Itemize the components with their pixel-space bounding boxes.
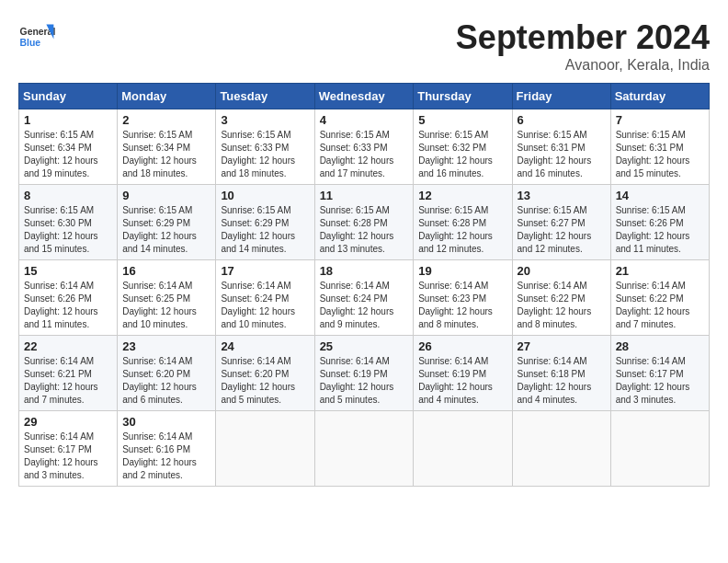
day-info: Sunrise: 6:14 AM Sunset: 6:22 PM Dayligh… bbox=[616, 280, 704, 331]
calendar-cell: 8Sunrise: 6:15 AM Sunset: 6:30 PM Daylig… bbox=[19, 185, 118, 260]
day-number: 2 bbox=[122, 113, 210, 127]
calendar-header-row: SundayMondayTuesdayWednesdayThursdayFrid… bbox=[19, 84, 710, 109]
day-info: Sunrise: 6:15 AM Sunset: 6:34 PM Dayligh… bbox=[122, 129, 210, 180]
day-info: Sunrise: 6:14 AM Sunset: 6:17 PM Dayligh… bbox=[616, 355, 704, 407]
day-info: Sunrise: 6:14 AM Sunset: 6:18 PM Dayligh… bbox=[518, 355, 606, 407]
calendar-cell: 13Sunrise: 6:15 AM Sunset: 6:27 PM Dayli… bbox=[512, 185, 610, 260]
day-number: 29 bbox=[24, 415, 112, 429]
calendar-cell: 16Sunrise: 6:14 AM Sunset: 6:25 PM Dayli… bbox=[118, 260, 216, 336]
day-info: Sunrise: 6:14 AM Sunset: 6:16 PM Dayligh… bbox=[122, 431, 210, 482]
day-info: Sunrise: 6:14 AM Sunset: 6:22 PM Dayligh… bbox=[518, 280, 606, 331]
logo-icon: General Blue bbox=[18, 18, 55, 55]
header: General Blue September 2024 Avanoor, Ker… bbox=[18, 18, 710, 74]
calendar-cell: 26Sunrise: 6:14 AM Sunset: 6:19 PM Dayli… bbox=[414, 336, 512, 411]
day-info: Sunrise: 6:14 AM Sunset: 6:24 PM Dayligh… bbox=[320, 280, 409, 331]
day-number: 10 bbox=[221, 189, 309, 202]
day-info: Sunrise: 6:14 AM Sunset: 6:25 PM Dayligh… bbox=[122, 280, 210, 331]
calendar-table: SundayMondayTuesdayWednesdayThursdayFrid… bbox=[18, 83, 710, 487]
calendar-week-5: 29Sunrise: 6:14 AM Sunset: 6:17 PM Dayli… bbox=[19, 411, 710, 487]
day-number: 6 bbox=[518, 113, 606, 127]
day-info: Sunrise: 6:14 AM Sunset: 6:20 PM Dayligh… bbox=[221, 355, 309, 407]
day-info: Sunrise: 6:15 AM Sunset: 6:32 PM Dayligh… bbox=[418, 129, 506, 180]
day-header-monday: Monday bbox=[118, 84, 216, 109]
day-number: 7 bbox=[616, 113, 704, 127]
calendar-body: 1Sunrise: 6:15 AM Sunset: 6:34 PM Daylig… bbox=[19, 109, 710, 487]
day-info: Sunrise: 6:15 AM Sunset: 6:27 PM Dayligh… bbox=[518, 204, 606, 256]
calendar-cell: 9Sunrise: 6:15 AM Sunset: 6:29 PM Daylig… bbox=[118, 185, 216, 260]
day-number: 5 bbox=[418, 113, 506, 127]
calendar-cell: 2Sunrise: 6:15 AM Sunset: 6:34 PM Daylig… bbox=[118, 109, 216, 185]
calendar-cell: 3Sunrise: 6:15 AM Sunset: 6:33 PM Daylig… bbox=[216, 109, 314, 185]
calendar-cell bbox=[216, 411, 314, 487]
calendar-cell: 7Sunrise: 6:15 AM Sunset: 6:31 PM Daylig… bbox=[610, 109, 709, 185]
day-number: 14 bbox=[616, 189, 704, 202]
day-number: 3 bbox=[221, 113, 309, 127]
day-number: 21 bbox=[616, 264, 704, 278]
calendar-cell: 1Sunrise: 6:15 AM Sunset: 6:34 PM Daylig… bbox=[19, 109, 118, 185]
calendar-week-4: 22Sunrise: 6:14 AM Sunset: 6:21 PM Dayli… bbox=[19, 336, 710, 411]
calendar-cell: 5Sunrise: 6:15 AM Sunset: 6:32 PM Daylig… bbox=[414, 109, 512, 185]
calendar-cell bbox=[512, 411, 610, 487]
day-info: Sunrise: 6:14 AM Sunset: 6:24 PM Dayligh… bbox=[221, 280, 309, 331]
day-number: 23 bbox=[122, 339, 210, 353]
calendar-cell: 30Sunrise: 6:14 AM Sunset: 6:16 PM Dayli… bbox=[118, 411, 216, 487]
calendar-cell: 20Sunrise: 6:14 AM Sunset: 6:22 PM Dayli… bbox=[512, 260, 610, 336]
calendar-cell: 17Sunrise: 6:14 AM Sunset: 6:24 PM Dayli… bbox=[216, 260, 314, 336]
calendar-cell: 11Sunrise: 6:15 AM Sunset: 6:28 PM Dayli… bbox=[314, 185, 414, 260]
day-number: 13 bbox=[518, 189, 606, 202]
title-area: September 2024 Avanoor, Kerala, India bbox=[456, 18, 710, 74]
calendar-week-3: 15Sunrise: 6:14 AM Sunset: 6:26 PM Dayli… bbox=[19, 260, 710, 336]
calendar-cell: 24Sunrise: 6:14 AM Sunset: 6:20 PM Dayli… bbox=[216, 336, 314, 411]
calendar-cell: 22Sunrise: 6:14 AM Sunset: 6:21 PM Dayli… bbox=[19, 336, 118, 411]
calendar-cell: 12Sunrise: 6:15 AM Sunset: 6:28 PM Dayli… bbox=[414, 185, 512, 260]
day-number: 9 bbox=[122, 189, 210, 202]
day-number: 25 bbox=[320, 339, 409, 353]
day-number: 20 bbox=[518, 264, 606, 278]
day-number: 16 bbox=[122, 264, 210, 278]
calendar-cell: 27Sunrise: 6:14 AM Sunset: 6:18 PM Dayli… bbox=[512, 336, 610, 411]
day-info: Sunrise: 6:15 AM Sunset: 6:34 PM Dayligh… bbox=[24, 129, 112, 180]
day-number: 28 bbox=[616, 339, 704, 353]
calendar-week-2: 8Sunrise: 6:15 AM Sunset: 6:30 PM Daylig… bbox=[19, 185, 710, 260]
calendar-cell bbox=[610, 411, 709, 487]
day-info: Sunrise: 6:15 AM Sunset: 6:31 PM Dayligh… bbox=[518, 129, 606, 180]
day-info: Sunrise: 6:15 AM Sunset: 6:26 PM Dayligh… bbox=[616, 204, 704, 256]
calendar-week-1: 1Sunrise: 6:15 AM Sunset: 6:34 PM Daylig… bbox=[19, 109, 710, 185]
day-header-friday: Friday bbox=[512, 84, 610, 109]
day-header-thursday: Thursday bbox=[414, 84, 512, 109]
day-info: Sunrise: 6:15 AM Sunset: 6:28 PM Dayligh… bbox=[320, 204, 409, 256]
day-number: 18 bbox=[320, 264, 409, 278]
day-number: 27 bbox=[518, 339, 606, 353]
month-title: September 2024 bbox=[456, 18, 710, 57]
calendar-cell: 15Sunrise: 6:14 AM Sunset: 6:26 PM Dayli… bbox=[19, 260, 118, 336]
day-number: 24 bbox=[221, 339, 309, 353]
day-header-tuesday: Tuesday bbox=[216, 84, 314, 109]
day-number: 12 bbox=[418, 189, 506, 202]
day-info: Sunrise: 6:14 AM Sunset: 6:23 PM Dayligh… bbox=[418, 280, 506, 331]
day-header-wednesday: Wednesday bbox=[314, 84, 414, 109]
calendar-cell: 4Sunrise: 6:15 AM Sunset: 6:33 PM Daylig… bbox=[314, 109, 414, 185]
day-number: 1 bbox=[24, 113, 112, 127]
calendar-cell bbox=[414, 411, 512, 487]
logo: General Blue bbox=[18, 18, 59, 55]
day-info: Sunrise: 6:15 AM Sunset: 6:31 PM Dayligh… bbox=[616, 129, 704, 180]
day-info: Sunrise: 6:15 AM Sunset: 6:29 PM Dayligh… bbox=[221, 204, 309, 256]
day-info: Sunrise: 6:14 AM Sunset: 6:26 PM Dayligh… bbox=[24, 280, 112, 331]
day-number: 22 bbox=[24, 339, 112, 353]
calendar-cell: 21Sunrise: 6:14 AM Sunset: 6:22 PM Dayli… bbox=[610, 260, 709, 336]
day-number: 8 bbox=[24, 189, 112, 202]
day-info: Sunrise: 6:15 AM Sunset: 6:29 PM Dayligh… bbox=[122, 204, 210, 256]
day-header-sunday: Sunday bbox=[19, 84, 118, 109]
day-number: 26 bbox=[418, 339, 506, 353]
day-info: Sunrise: 6:15 AM Sunset: 6:33 PM Dayligh… bbox=[221, 129, 309, 180]
day-number: 11 bbox=[320, 189, 409, 202]
day-number: 30 bbox=[122, 415, 210, 429]
day-info: Sunrise: 6:15 AM Sunset: 6:28 PM Dayligh… bbox=[418, 204, 506, 256]
svg-text:Blue: Blue bbox=[20, 38, 41, 48]
day-header-saturday: Saturday bbox=[610, 84, 709, 109]
day-info: Sunrise: 6:14 AM Sunset: 6:17 PM Dayligh… bbox=[24, 431, 112, 482]
calendar-cell bbox=[314, 411, 414, 487]
day-info: Sunrise: 6:14 AM Sunset: 6:20 PM Dayligh… bbox=[122, 355, 210, 407]
calendar-cell: 19Sunrise: 6:14 AM Sunset: 6:23 PM Dayli… bbox=[414, 260, 512, 336]
day-info: Sunrise: 6:15 AM Sunset: 6:30 PM Dayligh… bbox=[24, 204, 112, 256]
